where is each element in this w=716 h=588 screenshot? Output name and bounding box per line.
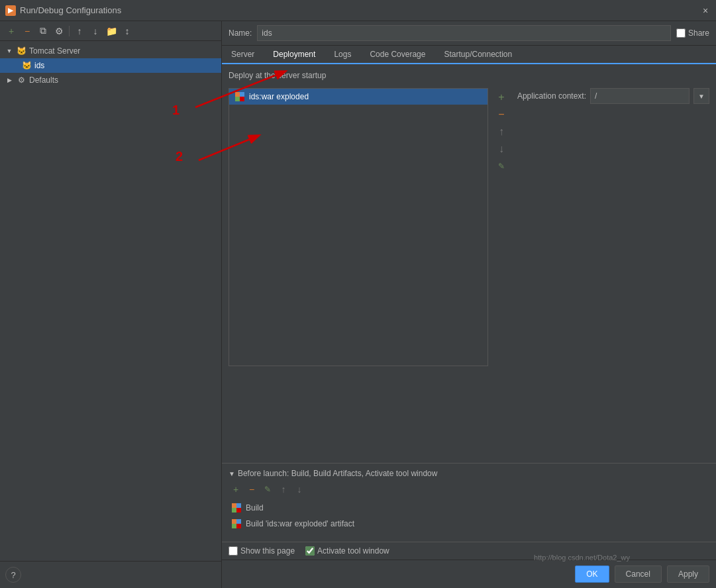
show-page-checkbox[interactable] <box>229 546 238 556</box>
cancel-button[interactable]: Cancel <box>615 565 662 583</box>
remove-config-button[interactable]: − <box>20 24 34 38</box>
artifact-action-buttons: + − ↑ ↓ ✎ <box>493 88 509 456</box>
svg-rect-7 <box>236 508 241 513</box>
activate-tool-label: Activate tool window <box>317 546 389 556</box>
content-panel: Name: Share Server Deployment Logs Code … <box>222 21 716 588</box>
dialog-buttons: http://blog.csdn.net/Dota2_wy OK Cancel … <box>222 560 716 588</box>
name-input[interactable] <box>257 25 671 41</box>
move-down-button[interactable]: ↓ <box>88 24 103 38</box>
close-button[interactable]: × <box>700 5 711 16</box>
show-page-option: Show this page <box>229 546 295 556</box>
tab-code-coverage[interactable]: Code Coverage <box>360 46 435 63</box>
show-page-label: Show this page <box>240 546 295 556</box>
tree-toggle-tomcat[interactable]: ▼ <box>5 47 13 55</box>
bl-artifact-label: Build 'ids:war exploded' artifact <box>246 519 354 528</box>
before-launch-items: Build Build 'ids:war exploded' artifact <box>229 501 709 531</box>
folder-button[interactable]: 📁 <box>104 24 119 38</box>
move-up-artifact-button[interactable]: ↑ <box>493 124 509 140</box>
bl-move-up-button[interactable]: ↑ <box>276 482 291 497</box>
svg-rect-0 <box>235 92 240 97</box>
copy-config-button[interactable]: ⧉ <box>36 24 50 38</box>
defaults-label: Defaults <box>29 75 58 85</box>
sort-button[interactable]: ↕ <box>120 24 134 38</box>
svg-rect-5 <box>236 503 241 508</box>
watermark: http://blog.csdn.net/Dota2_wy <box>534 554 630 562</box>
app-context-label: Application context: <box>517 91 586 101</box>
svg-rect-1 <box>240 92 244 97</box>
tree-toggle-defaults[interactable]: ▶ <box>5 76 13 84</box>
bl-build-icon <box>231 503 242 513</box>
bl-item-build[interactable]: Build <box>229 501 709 515</box>
activate-tool-option: Activate tool window <box>305 546 389 556</box>
svg-rect-2 <box>235 97 240 101</box>
svg-rect-6 <box>232 508 236 513</box>
move-down-artifact-button[interactable]: ↓ <box>493 141 509 157</box>
window-title: Run/Debug Configurations <box>20 5 121 15</box>
before-launch-toggle[interactable]: ▼ <box>229 470 235 477</box>
bl-item-artifact[interactable]: Build 'ids:war exploded' artifact <box>229 516 709 531</box>
bl-remove-button[interactable]: − <box>244 482 259 497</box>
deployment-content: Deploy at the server startup <box>222 64 716 463</box>
svg-rect-10 <box>232 524 236 528</box>
artifact-label: ids:war exploded <box>249 92 309 101</box>
bottom-options: Show this page Activate tool window <box>222 542 716 560</box>
bl-artifact-icon <box>231 518 242 529</box>
tomcat-label: Tomcat Server <box>29 46 80 56</box>
help-button[interactable]: ? <box>5 567 21 583</box>
name-label: Name: <box>229 28 252 38</box>
bl-move-down-button[interactable]: ↓ <box>292 482 307 497</box>
title-bar: ▶ Run/Debug Configurations × <box>0 0 716 21</box>
before-launch-header: ▼ Before launch: Build, Build Artifacts,… <box>229 469 709 478</box>
before-launch-title: Before launch: Build, Build Artifacts, A… <box>238 469 438 478</box>
share-checkbox[interactable] <box>676 28 686 38</box>
tab-server[interactable]: Server <box>222 46 264 63</box>
tab-deployment[interactable]: Deployment <box>264 46 325 64</box>
tab-logs[interactable]: Logs <box>325 46 360 63</box>
bl-build-label: Build <box>246 503 264 513</box>
add-artifact-button[interactable]: + <box>493 89 509 105</box>
tomcat-icon: 🐱 <box>16 46 26 56</box>
svg-rect-9 <box>236 519 241 524</box>
tree-item-ids[interactable]: 🐱 ids <box>0 58 221 73</box>
ok-button[interactable]: OK <box>575 565 609 583</box>
settings-button[interactable]: ⚙ <box>52 24 66 38</box>
apply-button[interactable]: Apply <box>667 565 709 583</box>
svg-rect-3 <box>240 97 244 101</box>
app-context-input[interactable] <box>590 88 690 104</box>
ids-icon: 🐱 <box>21 60 32 71</box>
share-option: Share <box>676 28 709 38</box>
config-tree: ▼ 🐱 Tomcat Server 🐱 ids ▶ ⚙ Defaults <box>0 41 221 561</box>
main-container: + − ⧉ ⚙ ↑ ↓ 📁 ↕ ▼ 🐱 Tomcat Server 🐱 ids … <box>0 21 716 588</box>
edit-artifact-button[interactable]: ✎ <box>493 158 509 174</box>
add-config-button[interactable]: + <box>4 24 19 38</box>
ids-label: ids <box>34 61 44 70</box>
tree-item-tomcat[interactable]: ▼ 🐱 Tomcat Server <box>0 44 221 58</box>
app-context-row: Application context: ▼ <box>517 88 709 104</box>
artifact-item[interactable]: ids:war exploded <box>229 89 487 105</box>
title-bar-left: ▶ Run/Debug Configurations <box>5 5 121 16</box>
move-up-button[interactable]: ↑ <box>72 24 87 38</box>
deploy-section-label: Deploy at the server startup <box>229 71 709 80</box>
app-context-dropdown[interactable]: ▼ <box>693 88 709 104</box>
sidebar: + − ⧉ ⚙ ↑ ↓ 📁 ↕ ▼ 🐱 Tomcat Server 🐱 ids … <box>0 21 222 588</box>
bl-add-button[interactable]: + <box>229 482 243 497</box>
tree-item-defaults[interactable]: ▶ ⚙ Defaults <box>0 73 221 87</box>
activate-tool-checkbox[interactable] <box>305 546 315 556</box>
defaults-icon: ⚙ <box>16 75 26 85</box>
app-icon: ▶ <box>5 5 16 16</box>
svg-rect-11 <box>236 524 241 528</box>
name-bar: Name: Share <box>222 21 716 46</box>
share-label: Share <box>688 28 709 38</box>
artifacts-list: ids:war exploded <box>229 88 488 366</box>
toolbar-separator <box>69 26 70 36</box>
svg-rect-4 <box>232 503 236 508</box>
config-toolbar: + − ⧉ ⚙ ↑ ↓ 📁 ↕ <box>0 21 221 41</box>
deployment-body: ids:war exploded + − ↑ ↓ ✎ Application c… <box>229 88 709 456</box>
before-launch-section: ▼ Before launch: Build, Build Artifacts,… <box>222 463 716 542</box>
bl-edit-button[interactable]: ✎ <box>260 482 275 497</box>
right-panel: Application context: ▼ <box>515 88 709 456</box>
tab-startup-connection[interactable]: Startup/Connection <box>435 46 521 63</box>
remove-artifact-button[interactable]: − <box>493 107 509 122</box>
svg-rect-8 <box>232 519 236 524</box>
config-tabs: Server Deployment Logs Code Coverage Sta… <box>222 46 716 64</box>
